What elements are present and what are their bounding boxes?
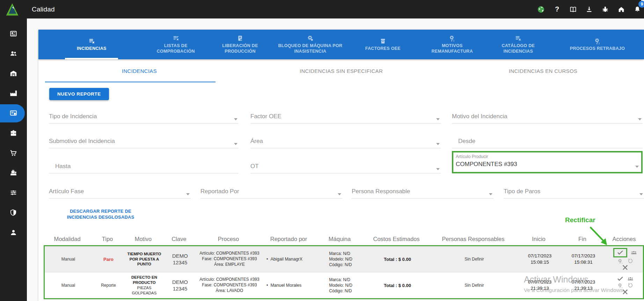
personas-cell: Sin Definir [431,281,518,289]
proceso-articulo: Artículo: COMPONENTES #393 [199,251,260,256]
filter-label: Submotivo del Incidencia [49,138,115,145]
chevron-down-icon [635,166,639,168]
table-row: Manual Reporte DEFECTO EN PRODUCTO PIEZA… [45,272,643,298]
subtab-en-cursos[interactable]: INCIDENCIAS EN CURSOS [442,59,644,82]
warehouse-icon [9,69,17,77]
cash-register-icon [9,169,17,177]
module-tabbar: INCIDENCIAS LISTAS DE COMPROBACIÓN LIBER… [38,30,644,59]
filter-label: Motivo del Incidencia [452,113,507,120]
sidebar-item-news[interactable] [0,24,27,44]
download-icon[interactable] [585,6,593,13]
content-card: INCIDENCIAS LISTAS DE COMPROBACIÓN LIBER… [38,30,644,301]
sidebar-item-people[interactable] [0,44,27,63]
filter-hasta[interactable]: Hasta [49,162,239,173]
fin-hora: 15:08:31 [564,259,603,265]
manual-book-icon[interactable] [569,6,577,13]
col-header: Proceso [196,236,261,242]
assign-people-button[interactable] [630,249,637,256]
chevron-down-icon [639,193,643,195]
rectify-check-button[interactable] [617,276,624,282]
gear-sync-icon [449,35,455,42]
history-undo-button[interactable] [627,282,634,288]
tab-liberacion-produccion[interactable]: LIBERACIÓN DE PRODUCCIÓN [207,30,273,59]
help-icon[interactable]: ? [553,6,561,13]
fin-cell: 07/07/2023 21:39:13 [562,278,605,293]
filter-area[interactable]: Área [250,137,441,148]
gear-sync-button[interactable] [617,282,624,288]
app-header: Calidad ? [0,0,644,18]
maquina-codigo: Código: N/D [329,262,352,268]
tab-bloqueo-maquina[interactable]: BLOQUEO DE MÁQUINA POR INASISTENCIA [273,30,347,59]
list-x-icon [88,38,95,44]
sidebar-item-briefcase[interactable] [0,123,27,143]
sidebar-item-factory[interactable] [0,83,27,103]
gear-sync-button[interactable] [617,258,624,264]
assign-people-button[interactable] [627,276,634,282]
proceso-articulo: Artículo: COMPONENTES #393 [199,277,260,283]
tipo-cell: Reporte [92,281,125,289]
inicio-cell: 07/07/2023 21:39:13 [518,278,562,293]
reporter-name: Abigail ManagrX [270,257,302,262]
inicio-hora: 21:39:13 [520,285,559,292]
tipo-cell: Paro [92,255,125,263]
filter-tipo-incidencia[interactable]: Tipo de Incidencia [49,112,239,123]
reportado-por-cell: • Manuel Morales [262,281,317,289]
tab-motivos-remanufactura[interactable]: MOTIVOS REMANUFACTURA [419,30,485,59]
tab-catalogo-incidencias[interactable]: CATÁLOGO DE INCIDENCIAS [485,30,551,59]
filter-tipo-paros[interactable]: Tipo de Paros [504,187,644,198]
filter-reportado-por[interactable]: Reportado Por [200,187,342,198]
sidebar-item-register[interactable] [0,163,27,183]
filter-label: Artículo Producir [456,154,488,159]
sidebar-item-settings[interactable] [0,183,27,203]
sidebar-item-user[interactable] [0,223,27,242]
rectificar-annotation: Rectificar [565,216,595,224]
download-report-link[interactable]: DESCARGAR REPORTE DE INCIDENCIAS DESGLOS… [54,209,147,220]
sidebar-item-quality[interactable] [0,103,27,123]
checklist-icon [173,35,179,42]
home-icon[interactable] [617,6,625,13]
tab-procesos-retrabajo[interactable]: PROCESOS RETRABAJO [551,30,644,59]
chevron-down-icon [436,143,440,145]
col-header: Inicio [517,236,561,242]
motivo-cell: TIEMPO MUERTO POR PUESTA A PUNTO [125,250,163,269]
history-undo-button[interactable] [627,258,634,264]
filter-submotivo-incidencia[interactable]: Submotivo del Incidencia [49,137,239,148]
reportado-por-cell: • Abigail ManagrX [262,255,317,263]
tools-cross-button[interactable] [622,289,629,295]
page-title: Calidad [32,6,55,13]
proceso-area: Área: LAVADO [199,288,260,294]
filter-desde[interactable]: Desde [452,137,643,148]
maquina-marca: Marca: N/D [329,251,352,256]
proceso-fase: Fase: COMPONENTES #393 [199,283,260,288]
sidebar-item-security[interactable] [0,203,27,223]
col-header: Tipo [91,236,124,242]
filter-articulo-fase[interactable]: Artículo Fase [49,187,191,198]
list-x-icon [515,35,521,42]
maquina-cell: Marca: N/D Modelo: N/D Código: N/D [317,249,364,269]
tools-cross-button[interactable] [622,264,629,271]
subtab-incidencias[interactable]: INCIDENCIAS [38,59,240,82]
new-report-button[interactable]: NUEVO REPORTE [49,88,109,100]
chevron-down-icon [338,193,341,195]
globe-icon[interactable] [537,6,545,13]
security-shield-icon [9,209,17,217]
tab-factores-oee[interactable]: FACTORES OEE [347,30,419,59]
chevron-down-icon [234,143,237,145]
sidebar-item-cart[interactable] [0,143,27,163]
bug-report-icon[interactable] [601,6,609,13]
subtab-sin-especificar[interactable]: INCIDENCIAS SIN ESPECIFICAR [240,59,442,82]
filter-articulo-producir[interactable]: Artículo Producir COMPONENTES #393 [452,151,643,173]
table-body-highlighted: Manual Paro TIEMPO MUERTO POR PUESTA A P… [44,245,644,299]
filter-motivo-incidencia[interactable]: Motivo del Incidencia [452,112,643,123]
tab-listas-comprobacion[interactable]: LISTAS DE COMPROBACIÓN [145,30,207,59]
filter-ot[interactable]: OT [250,162,441,173]
col-header: Personas Responsables [430,236,517,242]
tab-incidencias[interactable]: INCIDENCIAS [38,30,145,59]
col-header: Modalidad [44,236,91,242]
sidebar-item-warehouse[interactable] [0,63,27,83]
modalidad-cell: Manual [45,255,92,263]
filter-persona-responsable[interactable]: Persona Responsable [352,187,493,198]
topbar-icons: ? [537,6,641,13]
filter-factor-oee[interactable]: Factor OEE [250,112,441,123]
document-check-icon [237,35,243,42]
